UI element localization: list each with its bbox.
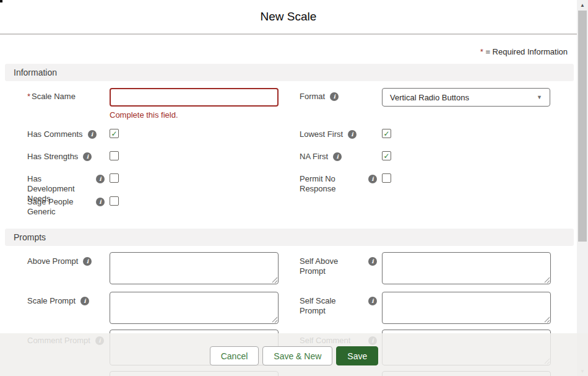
self-above-prompt-textarea[interactable] [382, 252, 551, 284]
resize-handle[interactable] [270, 276, 277, 283]
self-comment-label: Self Comment i [300, 336, 377, 346]
info-icon[interactable]: i [368, 297, 377, 305]
has-strengths-checkbox[interactable] [110, 151, 119, 160]
format-label: Format i [300, 92, 377, 102]
scale-name-label: * Scale Name [27, 92, 108, 102]
info-icon[interactable]: i [368, 257, 377, 266]
partial-textarea-left [110, 371, 279, 376]
information-section-label: Information [14, 68, 57, 77]
has-development-needs-checkbox[interactable] [110, 173, 119, 183]
resize-handle[interactable] [543, 316, 550, 323]
self-scale-prompt-label: Self Scale Prompt i [300, 296, 377, 316]
required-note: * = Required Information [480, 47, 568, 56]
check-icon: ✓ [383, 152, 389, 160]
scale-name-error: Complete this field. [110, 110, 178, 120]
lowest-first-label: Lowest First i [300, 129, 377, 139]
vertical-scrollbar[interactable]: ▲ ▼ [577, 0, 588, 376]
info-icon[interactable]: i [330, 92, 339, 101]
info-icon[interactable]: i [83, 152, 92, 161]
scrollbar-thumb[interactable] [578, 11, 587, 242]
prompts-section-header: Prompts [5, 229, 574, 246]
has-comments-label: Has Comments i [27, 129, 105, 139]
scale-prompt-field [110, 292, 279, 324]
self-scale-prompt-textarea[interactable] [382, 292, 551, 324]
save-and-new-button[interactable]: Save & New [262, 346, 332, 365]
partial-textarea-right [382, 371, 551, 376]
info-icon[interactable]: i [88, 130, 97, 139]
info-icon[interactable]: i [96, 175, 105, 183]
na-first-checkbox[interactable]: ✓ [382, 151, 391, 160]
check-icon: ✓ [111, 130, 117, 138]
na-first-label: NA First i [300, 152, 377, 162]
sage-people-generic-label: Sage People Generic i [27, 197, 105, 217]
info-icon[interactable]: i [368, 175, 377, 183]
info-icon[interactable]: i [333, 152, 342, 161]
information-section-header: Information [5, 64, 574, 81]
info-icon[interactable]: i [80, 297, 89, 305]
info-icon[interactable]: i [95, 336, 104, 345]
permit-no-response-checkbox[interactable] [382, 173, 391, 183]
self-scale-prompt-field [382, 292, 551, 324]
above-prompt-field [110, 252, 279, 284]
check-icon: ✓ [383, 130, 389, 138]
info-icon[interactable]: i [96, 198, 105, 206]
partial-textarea[interactable] [110, 371, 279, 376]
required-note-text: = Required Information [485, 47, 568, 56]
footer-button-bar: Cancel Save & New Save [0, 346, 588, 365]
modal-header: New Scale [0, 0, 577, 35]
scroll-down-arrow-icon[interactable]: ▼ [577, 366, 588, 376]
format-selected-value: Vertical Radio Buttons [390, 93, 469, 102]
info-icon[interactable]: i [368, 336, 377, 345]
scale-prompt-textarea[interactable] [110, 292, 279, 324]
partial-textarea[interactable] [382, 371, 551, 376]
page-title: New Scale [261, 10, 317, 24]
comment-prompt-label: Comment Prompt i [27, 336, 105, 346]
cancel-button[interactable]: Cancel [210, 346, 259, 365]
dropdown-arrow-icon: ▼ [537, 94, 542, 100]
above-prompt-textarea[interactable] [110, 252, 279, 284]
info-icon[interactable]: i [348, 130, 357, 139]
save-button[interactable]: Save [336, 346, 378, 365]
resize-handle[interactable] [543, 276, 550, 283]
sage-people-generic-checkbox[interactable] [110, 196, 119, 206]
has-comments-checkbox[interactable]: ✓ [110, 129, 119, 138]
above-prompt-label: Above Prompt i [27, 256, 105, 266]
scale-prompt-label: Scale Prompt i [27, 296, 105, 306]
format-select[interactable]: Vertical Radio Buttons ▼ [382, 88, 550, 107]
new-scale-modal: New Scale * = Required Information Infor… [0, 0, 588, 376]
self-above-prompt-label: Self Above Prompt i [300, 256, 377, 276]
resize-handle[interactable] [270, 316, 277, 323]
scroll-up-arrow-icon[interactable]: ▲ [577, 0, 588, 10]
field-required-asterisk: * [27, 92, 30, 102]
scale-name-input[interactable] [110, 88, 279, 107]
prompts-section-label: Prompts [14, 232, 46, 242]
has-strengths-label: Has Strengths i [27, 152, 105, 162]
self-above-prompt-field [382, 252, 551, 284]
lowest-first-checkbox[interactable]: ✓ [382, 129, 391, 138]
info-icon[interactable]: i [83, 257, 92, 266]
permit-no-response-label: Permit No Response i [300, 174, 377, 194]
required-asterisk: * [480, 47, 483, 56]
